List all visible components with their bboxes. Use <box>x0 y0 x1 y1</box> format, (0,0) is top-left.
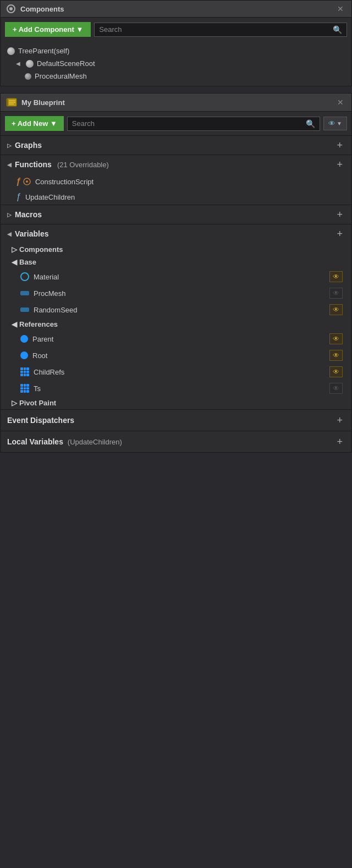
treeparent-label: TreeParent(self) <box>18 47 69 55</box>
childrefs-visibility-button[interactable]: 👁 <box>329 366 343 377</box>
variables-label: Variables <box>15 229 49 238</box>
local-variables-title-container: Local Variables (UpdateChildren) <box>7 437 122 446</box>
variables-section-header[interactable]: ◀ Variables + <box>1 224 351 243</box>
blueprint-eye-dropdown-arrow: ▼ <box>337 120 342 127</box>
components-title-text: Components <box>20 5 64 13</box>
blueprint-title-text: My Blueprint <box>21 98 65 107</box>
blueprint-book-icon <box>6 97 17 108</box>
material-type-icon <box>20 272 29 281</box>
functions-add-button[interactable]: + <box>334 160 345 169</box>
graphs-add-button[interactable]: + <box>334 140 345 150</box>
components-search-icon: 🔍 <box>333 25 342 34</box>
local-variables-section: Local Variables (UpdateChildren) + <box>1 431 351 452</box>
components-icon <box>6 4 16 14</box>
var-group-references-label: References <box>19 320 58 328</box>
material-visibility-button[interactable]: 👁 <box>329 271 343 282</box>
blueprint-panel: My Blueprint ✕ + Add New ▼ 🔍 👁 ▼ ▷ Graph… <box>0 93 352 453</box>
var-group-base[interactable]: ◀ Base <box>1 256 351 268</box>
function-item-constructionscript[interactable]: ƒ ConstructionScript <box>1 174 351 189</box>
local-variables-label: Local Variables <box>7 437 63 446</box>
var-group-pivot-paint-label: Pivot Paint <box>19 399 56 407</box>
tree-item-defaultsceneroot[interactable]: ◀ DefaultSceneRoot <box>1 57 351 70</box>
var-group-components-label: Components <box>19 245 63 254</box>
blueprint-panel-header: My Blueprint ✕ <box>1 94 351 112</box>
defaultsceneroot-sphere-icon <box>26 60 34 68</box>
treeparent-sphere-icon <box>7 47 15 55</box>
blueprint-close-button[interactable]: ✕ <box>335 98 346 107</box>
childrefs-eye-icon: 👁 <box>333 368 339 376</box>
var-group-base-arrow: ◀ <box>12 258 17 266</box>
root-label: Root <box>32 351 325 360</box>
procmesh-type-icon <box>20 291 29 295</box>
event-dispatchers-section: Event Dispatchers + <box>1 409 351 431</box>
components-search-input[interactable] <box>99 25 329 34</box>
tree-item-proceduralmesh[interactable]: ProceduralMesh <box>1 70 351 83</box>
defaultsceneroot-arrow-icon: ◀ <box>16 61 23 67</box>
var-item-procmesh[interactable]: ProcMesh 👁 <box>1 285 351 301</box>
function-item-updatechildren[interactable]: ƒ UpdateChildren <box>1 189 351 205</box>
svg-point-1 <box>9 7 13 10</box>
var-group-pivot-paint-arrow: ▷ <box>12 399 17 407</box>
randomseed-label: RandomSeed <box>34 306 325 314</box>
tree-item-treeparent[interactable]: TreeParent(self) <box>1 45 351 57</box>
var-group-pivot-paint[interactable]: ▷ Pivot Paint <box>1 397 351 409</box>
functions-section: ◀ Functions (21 Overridable) + ƒ Constru… <box>1 155 351 205</box>
var-item-parent[interactable]: Parent 👁 <box>1 331 351 347</box>
components-search-box: 🔍 <box>94 23 347 37</box>
macros-add-button[interactable]: + <box>334 210 345 219</box>
macros-section-header[interactable]: ▷ Macros + <box>1 205 351 224</box>
components-close-button[interactable]: ✕ <box>335 4 346 13</box>
parent-label: Parent <box>32 335 325 343</box>
local-variables-header[interactable]: Local Variables (UpdateChildren) + <box>1 431 351 452</box>
var-group-references[interactable]: ◀ References <box>1 318 351 331</box>
var-group-components-arrow: ▷ <box>12 245 17 254</box>
procmesh-eye-icon: 👁 <box>333 289 339 297</box>
graphs-arrow-icon: ▷ <box>7 142 12 149</box>
macros-section-title-container: ▷ Macros <box>7 210 42 219</box>
ts-visibility-button[interactable]: 👁 <box>329 383 343 394</box>
add-new-button[interactable]: + Add New ▼ <box>5 116 64 131</box>
var-item-randomseed[interactable]: RandomSeed 👁 <box>1 301 351 318</box>
childrefs-type-icon <box>20 367 29 376</box>
var-item-childrefs[interactable]: ChildRefs 👁 <box>1 364 351 380</box>
functions-section-header[interactable]: ◀ Functions (21 Overridable) + <box>1 155 351 174</box>
blueprint-visibility-toggle[interactable]: 👁 ▼ <box>323 117 347 130</box>
defaultsceneroot-label: DefaultSceneRoot <box>37 59 95 68</box>
parent-visibility-button[interactable]: 👁 <box>329 333 343 344</box>
graphs-section-header[interactable]: ▷ Graphs + <box>1 136 351 155</box>
add-component-button[interactable]: + Add Component ▼ <box>5 22 91 37</box>
svg-rect-3 <box>7 98 8 106</box>
material-label: Material <box>34 273 325 281</box>
event-dispatchers-add-button[interactable]: + <box>334 415 345 425</box>
blueprint-search-box: 🔍 <box>67 117 320 131</box>
macros-section: ▷ Macros + <box>1 205 351 224</box>
event-dispatchers-header[interactable]: Event Dispatchers + <box>1 410 351 431</box>
var-item-material[interactable]: Material 👁 <box>1 268 351 285</box>
var-item-root[interactable]: Root 👁 <box>1 347 351 364</box>
components-panel-header: Components ✕ <box>1 1 351 18</box>
procmesh-visibility-button[interactable]: 👁 <box>329 288 343 299</box>
constructionscript-icon: ƒ <box>16 177 21 186</box>
event-dispatchers-label: Event Dispatchers <box>7 416 74 425</box>
variables-arrow-icon: ◀ <box>7 231 12 237</box>
variables-add-button[interactable]: + <box>334 229 345 239</box>
root-visibility-button[interactable]: 👁 <box>329 350 343 361</box>
randomseed-visibility-button[interactable]: 👁 <box>329 304 343 315</box>
updatechildren-label: UpdateChildren <box>25 193 75 201</box>
var-group-components[interactable]: ▷ Components <box>1 243 351 256</box>
ts-label: Ts <box>34 384 325 393</box>
blueprint-search-icon: 🔍 <box>306 119 315 128</box>
local-variables-add-button[interactable]: + <box>334 437 345 447</box>
components-toolbar: + Add Component ▼ 🔍 <box>1 18 351 41</box>
blueprint-search-input[interactable] <box>72 119 302 128</box>
var-item-ts[interactable]: Ts 👁 <box>1 380 351 397</box>
blueprint-eye-icon: 👁 <box>328 119 336 128</box>
ts-type-icon <box>20 384 29 393</box>
graphs-label: Graphs <box>15 141 42 150</box>
components-tree: TreeParent(self) ◀ DefaultSceneRoot Proc… <box>1 41 351 86</box>
updatechildren-icon: ƒ <box>16 192 21 202</box>
graphs-section-title-container: ▷ Graphs <box>7 141 42 150</box>
randomseed-eye-icon: 👁 <box>333 306 339 314</box>
parent-type-icon <box>20 335 28 343</box>
blueprint-toolbar: + Add New ▼ 🔍 👁 ▼ <box>1 112 351 135</box>
